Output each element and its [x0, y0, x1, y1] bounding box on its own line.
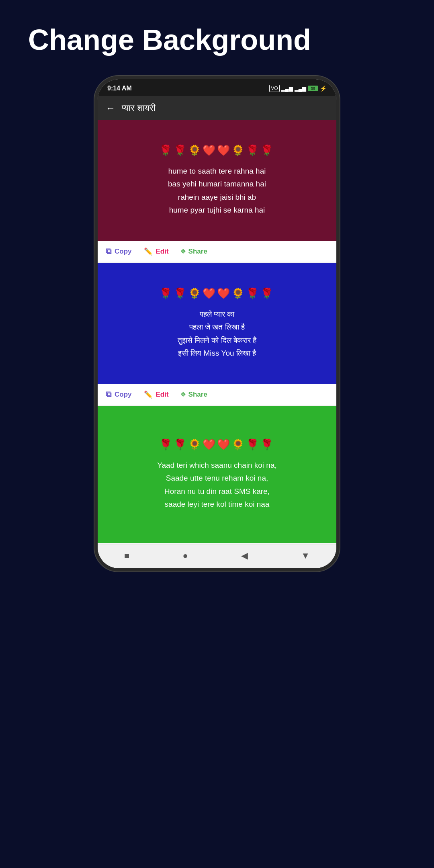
shayari-text-3: Yaad teri which saanu chain koi na, Saad… [157, 459, 277, 511]
signal-icon-1: ▂▄▆ [281, 86, 293, 92]
content-area[interactable]: 🌹🌹🌻❤️❤️🌻🌹🌹 hume to saath tere rahna hai … [98, 120, 336, 545]
status-bar: 9:14 AM VO ▂▄▆ ▂▄▆ 58 ⚡ [98, 79, 336, 96]
signal-icon-2: ▂▄▆ [295, 86, 306, 92]
charging-icon: ⚡ [320, 85, 327, 92]
share-label-1: Share [188, 248, 207, 256]
edit-label-1: Edit [156, 248, 169, 256]
emoji-row-2: 🌹🌹🌻❤️❤️🌻🌹🌹 [159, 287, 275, 300]
shayari-bg-3: 🌹🌹🌻❤️❤️🌻🌹🌹 Yaad teri which saanu chain k… [98, 406, 336, 543]
copy-button-2[interactable]: ⧉ Copy [106, 390, 132, 399]
share-button-2[interactable]: ⎆ Share [181, 390, 207, 399]
nav-download-button[interactable]: ▼ [301, 551, 310, 561]
shayari-bg-1: 🌹🌹🌻❤️❤️🌻🌹🌹 hume to saath tere rahna hai … [98, 120, 336, 241]
share-button-1[interactable]: ⎆ Share [181, 247, 207, 256]
share-icon-2: ⎆ [181, 390, 185, 399]
emoji-row-3: 🌹🌹🌻❤️❤️🌻🌹🌹 [159, 438, 275, 451]
edit-label-2: Edit [156, 391, 169, 399]
copy-icon-1: ⧉ [106, 247, 111, 256]
copy-label-2: Copy [115, 391, 132, 399]
copy-icon-2: ⧉ [106, 390, 111, 399]
app-bar: ← प्यार शायरी [98, 96, 336, 120]
status-icons: VO ▂▄▆ ▂▄▆ 58 ⚡ [269, 85, 327, 92]
vo-lte-icon: VO [269, 85, 279, 92]
copy-button-1[interactable]: ⧉ Copy [106, 247, 132, 256]
action-bar-2: ⧉ Copy ✏️ Edit ⎆ Share [98, 384, 336, 405]
edit-button-1[interactable]: ✏️ Edit [144, 247, 169, 256]
share-label-2: Share [188, 391, 207, 399]
edit-icon-2: ✏️ [144, 390, 153, 399]
nav-square-button[interactable]: ■ [124, 551, 129, 561]
phone-frame: 9:14 AM VO ▂▄▆ ▂▄▆ 58 ⚡ ← प्यार शायरी [94, 76, 340, 571]
phone-wrapper: 9:14 AM VO ▂▄▆ ▂▄▆ 58 ⚡ ← प्यार शायरी [0, 72, 434, 571]
shayari-text-1: hume to saath tere rahna hai bas yehi hu… [168, 165, 266, 217]
page-background: Change Background 9:14 AM VO ▂▄▆ ▂▄▆ 58 … [0, 0, 434, 868]
nav-back-button[interactable]: ◀ [241, 551, 248, 561]
edit-button-2[interactable]: ✏️ Edit [144, 390, 169, 399]
shayari-card-1: 🌹🌹🌻❤️❤️🌻🌹🌹 hume to saath tere rahna hai … [98, 120, 336, 262]
copy-label-1: Copy [115, 248, 132, 256]
nav-home-button[interactable]: ● [183, 551, 188, 561]
shayari-card-3: 🌹🌹🌻❤️❤️🌻🌹🌹 Yaad teri which saanu chain k… [98, 406, 336, 543]
status-time: 9:14 AM [107, 85, 132, 92]
phone-screen: 9:14 AM VO ▂▄▆ ▂▄▆ 58 ⚡ ← प्यार शायरी [98, 79, 336, 568]
page-title: Change Background [0, 0, 434, 72]
shayari-text-2: पहले प्यार का पहला जे खत लिखा है तुझसे म… [178, 308, 256, 360]
app-bar-title: प्यार शायरी [122, 103, 156, 113]
bottom-nav: ■ ● ◀ ▼ [98, 545, 336, 568]
shayari-card-2: 🌹🌹🌻❤️❤️🌻🌹🌹 पहले प्यार का पहला जे खत लिखा… [98, 263, 336, 405]
edit-icon-1: ✏️ [144, 247, 153, 256]
back-button[interactable]: ← [106, 102, 115, 114]
shayari-bg-2: 🌹🌹🌻❤️❤️🌻🌹🌹 पहले प्यार का पहला जे खत लिखा… [98, 263, 336, 384]
battery-icon: 58 [308, 86, 318, 91]
emoji-row-1: 🌹🌹🌻❤️❤️🌻🌹🌹 [159, 144, 275, 157]
action-bar-1: ⧉ Copy ✏️ Edit ⎆ Share [98, 241, 336, 262]
share-icon-1: ⎆ [181, 247, 185, 256]
